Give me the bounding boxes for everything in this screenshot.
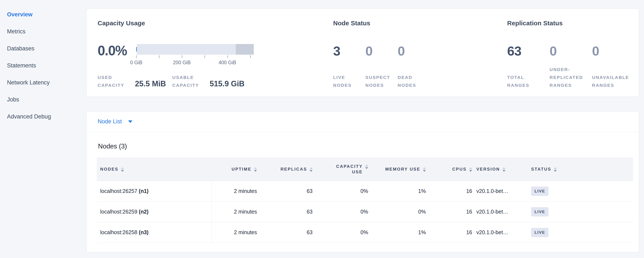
memory-use-cell: 0% xyxy=(370,201,428,222)
node-status-title: Node Status xyxy=(333,19,507,27)
column-header-status[interactable]: STATUS xyxy=(529,157,633,181)
version-cell: v20.1.0-bet… xyxy=(474,201,529,222)
under-replicated-ranges-stat: 0 UNDER-REPLICATED RANGES xyxy=(550,44,592,89)
axis-tick xyxy=(228,55,228,58)
node-row-n1[interactable]: localhost:26257 (n1) 2 minutes 63 0% 1% … xyxy=(97,181,633,201)
dead-nodes-label: DEAD NODES xyxy=(398,73,430,89)
capacity-bar-segment-reserved xyxy=(236,44,254,55)
capacity-axis-labels: 0 GiB200 GiB400 GiB xyxy=(136,60,254,65)
sort-icon[interactable] xyxy=(554,166,557,172)
capacity-use-cell: 0% xyxy=(315,222,370,243)
column-header-cpus[interactable]: CPUS xyxy=(428,157,474,181)
sidebar-item-metrics[interactable]: Metrics xyxy=(7,23,86,40)
node-address-cell: localhost:26259 (n2) xyxy=(97,201,211,222)
total-ranges-stat: 63 TOTAL RANGES xyxy=(507,44,550,89)
sort-icon[interactable] xyxy=(423,166,426,172)
under-replicated-ranges-label: UNDER-REPLICATED RANGES xyxy=(550,66,590,89)
total-ranges-label: TOTAL RANGES xyxy=(507,73,548,89)
capacity-stats: USED CAPACITY 25.5 MiB USABLE CAPACITY 5… xyxy=(98,73,333,89)
sidebar-item-advanced-debug[interactable]: Advanced Debug xyxy=(7,108,86,125)
node-row-n3[interactable]: localhost:26258 (n3) 2 minutes 63 0% 1% … xyxy=(97,222,633,243)
uptime-cell: 2 minutes xyxy=(211,181,259,201)
sidebar-item-databases[interactable]: Databases xyxy=(7,40,86,57)
uptime-cell: 2 minutes xyxy=(211,201,259,222)
node-address-cell: localhost:26258 (n3) xyxy=(97,222,211,243)
chevron-down-icon xyxy=(128,120,132,123)
capacity-bar xyxy=(136,44,254,55)
column-header-replicas[interactable]: REPLICAS xyxy=(259,157,315,181)
axis-tick-label: 400 GiB xyxy=(218,60,236,66)
sidebar-item-network-latency[interactable]: Network Latency xyxy=(7,74,86,91)
node-list-selector-label: Node List xyxy=(98,118,122,125)
memory-use-cell: 1% xyxy=(370,222,428,243)
total-ranges-value: 63 xyxy=(507,44,550,58)
usable-capacity-value: 515.9 GiB xyxy=(210,79,244,88)
capacity-axis xyxy=(136,55,254,58)
version-cell: v20.1.0-bet… xyxy=(474,181,529,201)
cluster-overview-page: Overview Metrics Databases Statements Ne… xyxy=(0,0,644,258)
axis-tick-label: 0 GiB xyxy=(130,60,142,66)
cpus-cell: 16 xyxy=(428,201,474,222)
live-nodes-label: LIVE NODES xyxy=(333,73,366,89)
used-capacity-label: USED CAPACITY xyxy=(98,73,135,89)
axis-tick xyxy=(136,55,137,58)
replication-status-title: Replication Status xyxy=(507,19,639,27)
used-capacity-value: 25.5 MiB xyxy=(135,79,166,88)
status-cell: LIVE xyxy=(529,201,633,222)
suspect-nodes-value: 0 xyxy=(366,44,398,58)
column-header-uptime[interactable]: UPTIME xyxy=(211,157,259,181)
sort-icon[interactable] xyxy=(365,164,368,169)
live-nodes-value: 3 xyxy=(333,44,366,58)
sort-icon[interactable] xyxy=(254,166,257,172)
capacity-use-cell: 0% xyxy=(315,201,370,222)
uptime-cell: 2 minutes xyxy=(211,222,259,243)
dead-nodes-stat: 0 DEAD NODES xyxy=(398,44,430,89)
status-badge: LIVE xyxy=(531,187,548,196)
node-status-section: Node Status 3 LIVE NODES 0 SUSPECT NODES… xyxy=(333,19,507,97)
sidebar: Overview Metrics Databases Statements Ne… xyxy=(0,0,86,258)
column-header-nodes[interactable]: NODES xyxy=(97,157,211,181)
node-list-body: Nodes (3) NODES UPTIME REPLICAS CAPACITY… xyxy=(86,132,639,252)
status-cell: LIVE xyxy=(529,222,633,243)
sort-icon[interactable] xyxy=(121,166,124,172)
sidebar-item-statements[interactable]: Statements xyxy=(7,57,86,74)
column-header-memory-use[interactable]: MEMORY USE xyxy=(370,157,428,181)
nodes-table: NODES UPTIME REPLICAS CAPACITY USE MEMOR… xyxy=(97,157,633,243)
sort-icon[interactable] xyxy=(469,166,472,172)
cpus-cell: 16 xyxy=(428,222,474,243)
axis-tick xyxy=(159,55,159,58)
sort-icon[interactable] xyxy=(310,166,312,172)
axis-tick xyxy=(250,55,250,58)
status-badge: LIVE xyxy=(531,207,548,216)
main-content: Capacity Usage 0.0% 0 GiB200 GiB400 GiB … xyxy=(86,0,644,258)
node-address-cell: localhost:26257 (n1) xyxy=(97,181,211,201)
unavailable-ranges-value: 0 xyxy=(592,44,634,58)
suspect-nodes-stat: 0 SUSPECT NODES xyxy=(366,44,398,89)
replicas-cell: 63 xyxy=(259,222,315,243)
capacity-use-cell: 0% xyxy=(315,181,370,201)
column-header-version[interactable]: VERSION xyxy=(474,157,529,181)
node-row-n2[interactable]: localhost:26259 (n2) 2 minutes 63 0% 0% … xyxy=(97,201,633,222)
replicas-cell: 63 xyxy=(259,181,315,201)
replicas-cell: 63 xyxy=(259,201,315,222)
nodes-section-title: Nodes (3) xyxy=(98,143,633,150)
memory-use-cell: 1% xyxy=(370,181,428,201)
nodes-table-header-row: NODES UPTIME REPLICAS CAPACITY USE MEMOR… xyxy=(97,157,633,181)
cluster-summary-card: Capacity Usage 0.0% 0 GiB200 GiB400 GiB … xyxy=(86,9,639,97)
node-list-selector[interactable]: Node List xyxy=(86,111,639,132)
capacity-usage-title: Capacity Usage xyxy=(98,19,333,27)
column-header-capacity-use[interactable]: CAPACITY USE xyxy=(315,157,370,181)
dead-nodes-value: 0 xyxy=(398,44,430,58)
node-list-card: Node List Nodes (3) NODES UPTIME REPLICA… xyxy=(86,111,639,252)
capacity-bar-segment-available xyxy=(137,44,236,55)
sort-icon[interactable] xyxy=(502,166,506,172)
sidebar-item-overview[interactable]: Overview xyxy=(7,6,86,23)
replication-status-section: Replication Status 63 TOTAL RANGES 0 UND… xyxy=(507,19,639,97)
capacity-bar-chart: 0 GiB200 GiB400 GiB xyxy=(136,44,254,65)
suspect-nodes-label: SUSPECT NODES xyxy=(366,73,398,89)
version-cell: v20.1.0-bet… xyxy=(474,222,529,243)
axis-tick xyxy=(204,55,205,58)
axis-tick-label: 200 GiB xyxy=(173,60,190,66)
unavailable-ranges-label: UNAVAILABLE RANGES xyxy=(592,73,632,89)
sidebar-item-jobs[interactable]: Jobs xyxy=(7,91,86,108)
